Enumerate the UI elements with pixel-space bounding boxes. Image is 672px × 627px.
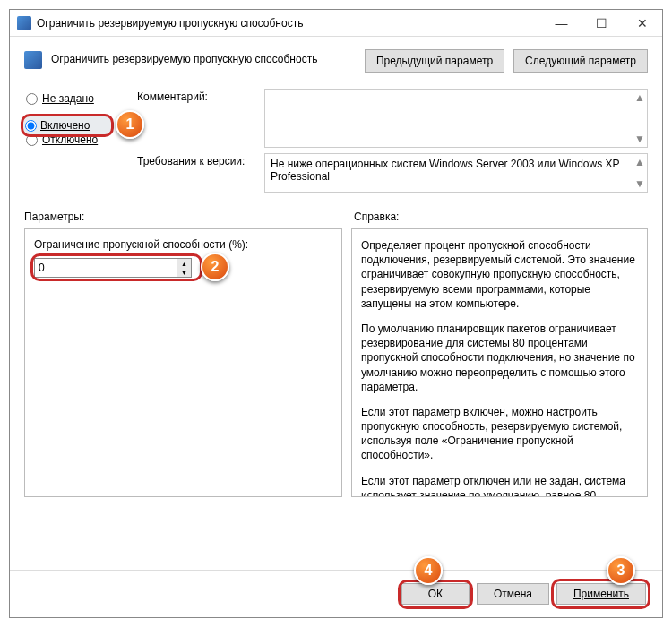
params-panel: Ограничение пропускной способности (%): … <box>24 228 342 497</box>
help-panel: Определяет процент пропускной способност… <box>351 228 648 497</box>
panels-row: Ограничение пропускной способности (%): … <box>24 228 648 497</box>
req-scrollbar-icon: ▲▼ <box>634 156 645 190</box>
spinner-arrows[interactable]: ▲ ▼ <box>177 258 192 278</box>
help-p4: Если этот параметр отключен или не задан… <box>361 474 642 497</box>
help-p2: По умолчанию планировщик пакетов огранич… <box>361 322 642 394</box>
titlebar: Ограничить резервируемую пропускную спос… <box>10 10 662 37</box>
config-row: Не задано Отключено Комментарий: ▲▼ <box>24 89 648 198</box>
radio-enabled-input[interactable] <box>25 120 37 132</box>
help-label: Справка: <box>354 210 399 223</box>
radio-not-configured-label: Не задано <box>42 92 94 105</box>
comment-textarea[interactable]: ▲▼ <box>264 89 648 148</box>
spinner-up-icon[interactable]: ▲ <box>177 259 191 268</box>
annotation-badge-1: 1 <box>116 110 144 139</box>
maximize-button[interactable]: ☐ <box>582 10 622 36</box>
spinner-down-icon[interactable]: ▼ <box>177 268 191 277</box>
close-button[interactable]: ✕ <box>622 10 662 36</box>
radio-not-configured[interactable]: Не задано <box>24 89 123 108</box>
requirements-box: Не ниже операционных систем Windows Serv… <box>264 153 648 193</box>
policy-title: Ограничить резервируемую пропускную спос… <box>51 49 356 65</box>
requirements-text: Не ниже операционных систем Windows Serv… <box>271 158 619 183</box>
requirements-label: Требования к версии: <box>137 153 254 193</box>
header-row: Ограничить резервируемую пропускную спос… <box>24 49 648 73</box>
radio-group: Не задано Отключено <box>24 89 123 198</box>
help-text: Определяет процент пропускной способност… <box>361 238 642 497</box>
radio-enabled[interactable]: Включено <box>21 114 114 137</box>
params-label: Параметры: <box>24 210 345 223</box>
annotation-badge-2: 2 <box>201 253 229 281</box>
annotation-badge-3: 3 <box>607 556 635 585</box>
policy-icon <box>17 16 31 30</box>
form-column: Комментарий: ▲▼ Требования к версии: Не … <box>137 89 648 198</box>
apply-button-wrap: Применить <box>556 583 646 605</box>
header-policy-icon <box>24 51 42 69</box>
ok-button[interactable]: ОК <box>401 583 470 605</box>
section-labels: Параметры: Справка: <box>24 210 648 223</box>
bandwidth-input[interactable] <box>34 258 177 278</box>
previous-setting-button[interactable]: Предыдущий параметр <box>365 49 504 73</box>
comment-label: Комментарий: <box>137 89 254 148</box>
footer: ОК Отмена Применить <box>10 570 662 617</box>
annotation-badge-4: 4 <box>414 556 443 585</box>
apply-button[interactable]: Применить <box>556 583 646 605</box>
cancel-button[interactable]: Отмена <box>477 583 549 605</box>
help-p3: Если этот параметр включен, можно настро… <box>361 405 642 463</box>
radio-enabled-label: Включено <box>40 119 90 132</box>
bandwidth-spinner[interactable]: ▲ ▼ 2 <box>34 258 195 278</box>
help-p1: Определяет процент пропускной способност… <box>361 238 642 311</box>
content-area: Ограничить резервируемую пропускную спос… <box>10 37 662 510</box>
next-setting-button[interactable]: Следующий параметр <box>513 49 648 73</box>
bandwidth-limit-label: Ограничение пропускной способности (%): <box>34 238 336 251</box>
radio-not-configured-input[interactable] <box>26 93 38 105</box>
minimize-button[interactable]: — <box>541 10 582 36</box>
ok-button-wrap: ОК <box>401 583 470 605</box>
dialog-window: Ограничить резервируемую пропускную спос… <box>9 9 663 618</box>
window-title: Ограничить резервируемую пропускную спос… <box>37 17 541 30</box>
textarea-scrollbar-icon: ▲▼ <box>634 91 645 145</box>
